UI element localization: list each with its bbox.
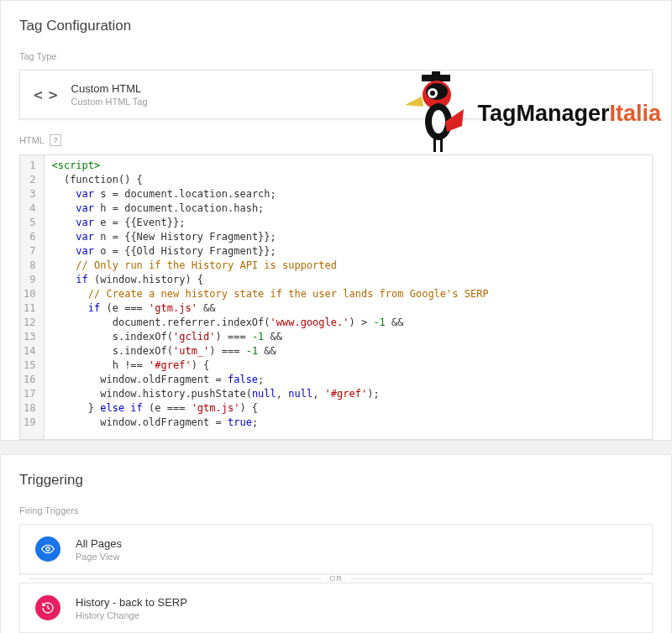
tag-configuration-panel: TagManagerItalia Tag Configuration Tag T… xyxy=(0,0,672,441)
firing-triggers-label: Firing Triggers xyxy=(19,505,653,515)
trigger-type: Page View xyxy=(76,552,122,562)
editor-line-numbers: 12345678910111213141516171819 xyxy=(20,155,45,439)
eye-icon xyxy=(35,536,60,562)
svg-point-12 xyxy=(46,547,50,551)
help-icon[interactable]: ? xyxy=(50,134,61,146)
trigger-item[interactable]: All PagesPage View xyxy=(19,524,653,574)
svg-rect-1 xyxy=(432,71,440,76)
svg-rect-10 xyxy=(433,139,436,152)
triggering-panel: Triggering Firing Triggers All PagesPage… xyxy=(0,454,672,633)
html-code-editor[interactable]: 12345678910111213141516171819 <script> (… xyxy=(19,154,653,440)
code-brackets-icon: < > xyxy=(34,86,56,103)
trigger-name: All Pages xyxy=(76,537,122,550)
svg-rect-11 xyxy=(440,139,443,152)
watermark-text-1: TagManager xyxy=(477,101,609,126)
tag-type-label: Tag Type xyxy=(19,51,653,61)
tag-type-name: Custom HTML xyxy=(71,82,148,95)
svg-point-5 xyxy=(430,91,435,96)
trigger-type: History Change xyxy=(76,610,187,620)
editor-code-area[interactable]: <script> (function() { var s = document.… xyxy=(45,155,652,439)
history-icon xyxy=(35,595,60,620)
trigger-name: History - back to SERP xyxy=(76,596,187,609)
trigger-list: All PagesPage ViewORHistory - back to SE… xyxy=(19,524,653,633)
svg-point-8 xyxy=(432,110,445,133)
watermark-text-2: Italia xyxy=(609,101,661,126)
triggering-title: Triggering xyxy=(19,472,653,489)
trigger-item[interactable]: History - back to SERPHistory Change xyxy=(19,583,653,633)
svg-marker-6 xyxy=(405,97,423,107)
or-separator: OR xyxy=(29,574,643,583)
tag-config-title: Tag Configuration xyxy=(19,18,653,34)
watermark-logo: TagManagerItalia xyxy=(405,71,671,155)
tag-type-subtitle: Custom HTML Tag xyxy=(71,97,148,107)
woodpecker-icon xyxy=(405,71,472,155)
